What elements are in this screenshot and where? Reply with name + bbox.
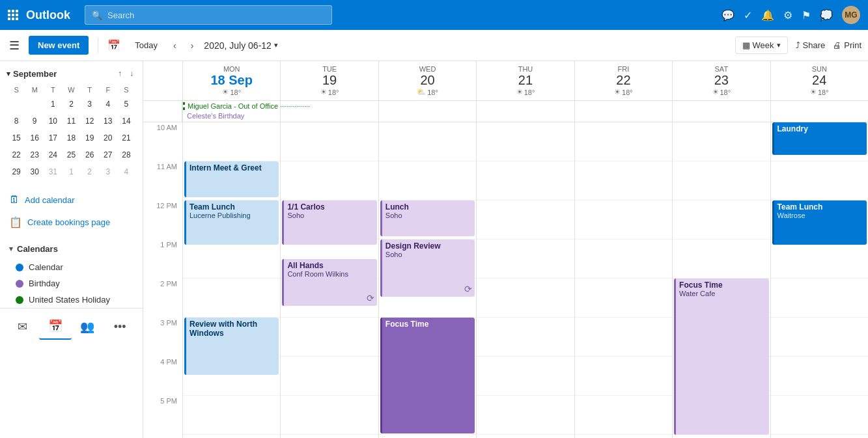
cal-day[interactable]: 9 bbox=[26, 113, 43, 129]
divider bbox=[98, 38, 98, 53]
people-nav-icon[interactable]: 👥 bbox=[72, 314, 104, 339]
time-label-12pm: 12 PM bbox=[143, 200, 182, 240]
date-range-label[interactable]: 2020, July 06-12 ▾ bbox=[204, 40, 278, 51]
time-label-5pm: 5 PM bbox=[143, 396, 182, 435]
day-header-sun: Sun 24 ☀18° bbox=[770, 61, 868, 100]
cal-day[interactable]: 8 bbox=[8, 113, 25, 129]
flag-icon[interactable]: ⚑ bbox=[802, 9, 811, 21]
mini-cal-title[interactable]: ▾ September bbox=[7, 69, 57, 79]
day-header-mon: Mon 18 Sep ☀18° bbox=[182, 61, 280, 100]
prev-week-button[interactable]: ‹ bbox=[169, 38, 180, 53]
time-label-11am: 11 AM bbox=[143, 161, 182, 200]
calendar-item-calendar[interactable]: Calendar bbox=[0, 259, 143, 275]
today-button[interactable]: Today bbox=[130, 38, 163, 53]
allday-event-birthday[interactable]: Celeste's Birthday bbox=[184, 111, 279, 120]
add-calendar-action[interactable]: 🗓 Add calendar bbox=[0, 189, 143, 211]
cal-day[interactable]: 19 bbox=[81, 130, 98, 146]
cal-day[interactable]: 2 bbox=[81, 164, 98, 180]
cal-day[interactable]: 26 bbox=[81, 147, 98, 163]
cal-day[interactable]: 2 bbox=[63, 96, 79, 112]
week-view-button[interactable]: ▦ Week ▾ bbox=[735, 36, 788, 54]
calendar-item-birthday[interactable]: Birthday bbox=[0, 275, 143, 292]
mini-cal-next[interactable]: ↓ bbox=[127, 68, 136, 79]
cal-day[interactable]: 25 bbox=[63, 147, 79, 163]
search-icon: 🔍 bbox=[92, 10, 102, 20]
holiday-name: United States Holiday bbox=[29, 295, 110, 305]
create-bookings-action[interactable]: 📋 Create bookings page bbox=[0, 211, 143, 234]
cal-day[interactable]: 17 bbox=[44, 130, 61, 146]
cal-day[interactable] bbox=[8, 96, 25, 112]
cal-day[interactable]: 20 bbox=[100, 130, 117, 146]
cal-day[interactable]: 13 bbox=[100, 113, 117, 129]
calendar-item-holiday[interactable]: United States Holiday bbox=[0, 292, 143, 308]
event-design-review[interactable]: Design Review Soho ⟳ bbox=[380, 240, 475, 297]
days-grid: Intern Meet & Greet Team Lunch Lucerne P… bbox=[182, 122, 868, 438]
event-lunch-wed[interactable]: Lunch Soho bbox=[380, 200, 475, 236]
toolbar: ☰ New event 📅 Today ‹ › 2020, July 06-12… bbox=[0, 30, 868, 61]
feedback-icon[interactable]: 💭 bbox=[820, 9, 833, 21]
avatar[interactable]: MG bbox=[842, 6, 860, 24]
cal-day[interactable]: 30 bbox=[26, 164, 43, 180]
event-review-north-windows[interactable]: Review with North Windows bbox=[184, 318, 279, 375]
cal-day[interactable]: 31 bbox=[44, 164, 61, 180]
cal-day[interactable]: 11 bbox=[63, 113, 79, 129]
event-team-lunch-sun[interactable]: Team Lunch Waitrose bbox=[772, 200, 867, 245]
event-focus-time-wed[interactable]: Focus Time bbox=[380, 318, 475, 433]
cal-day[interactable]: 1 bbox=[63, 164, 79, 180]
cal-day[interactable]: 28 bbox=[118, 147, 135, 163]
cal-day[interactable]: 24 bbox=[44, 147, 61, 163]
cal-day[interactable]: 12 bbox=[81, 113, 98, 129]
cal-day[interactable] bbox=[26, 96, 43, 112]
event-laundry[interactable]: Laundry bbox=[772, 122, 867, 155]
apps-icon[interactable] bbox=[8, 10, 18, 20]
cal-day[interactable]: 4 bbox=[100, 96, 117, 112]
cal-day[interactable]: 3 bbox=[100, 164, 117, 180]
cal-day[interactable]: 21 bbox=[118, 130, 135, 146]
topbar-actions: 💬 ✓ 🔔 ⚙ ⚑ 💭 MG bbox=[721, 6, 860, 24]
print-button[interactable]: 🖨 Print bbox=[833, 40, 861, 50]
hamburger-icon[interactable]: ☰ bbox=[7, 36, 22, 55]
mini-cal-header: ▾ September ↑ ↓ bbox=[7, 68, 136, 79]
cal-day today[interactable]: 18 bbox=[63, 130, 79, 146]
event-intern-meet-greet[interactable]: Intern Meet & Greet bbox=[184, 161, 279, 197]
share-button[interactable]: ⤴ Share bbox=[796, 40, 826, 50]
chat-icon[interactable]: 💬 bbox=[721, 9, 735, 21]
calendar-nav-bottom-icon[interactable]: 📅 bbox=[39, 314, 72, 340]
checkmark-icon[interactable]: ✓ bbox=[744, 9, 752, 21]
cal-day[interactable]: 23 bbox=[26, 147, 43, 163]
cal-day[interactable]: 29 bbox=[8, 164, 25, 180]
expand-icon: ⟳ bbox=[367, 293, 374, 303]
cal-day[interactable]: 27 bbox=[100, 147, 117, 163]
expand-icon: ⟳ bbox=[464, 284, 472, 294]
cal-day[interactable]: 14 bbox=[118, 113, 135, 129]
cal-day[interactable]: 10 bbox=[44, 113, 61, 129]
dow-m: M bbox=[26, 85, 43, 95]
event-11-carlos[interactable]: 1/1 Carlos Soho bbox=[282, 200, 376, 245]
settings-icon[interactable]: ⚙ bbox=[783, 9, 792, 21]
cal-day[interactable]: 5 bbox=[118, 96, 135, 112]
allday-event-out-of-office[interactable]: Miguel Garcia - Out of Office ··········… bbox=[183, 102, 280, 110]
search-input[interactable] bbox=[107, 10, 325, 20]
cal-day[interactable]: 22 bbox=[8, 147, 25, 163]
bell-icon[interactable]: 🔔 bbox=[761, 9, 774, 21]
birthday-dot bbox=[16, 280, 23, 288]
more-nav-icon[interactable]: ••• bbox=[104, 315, 136, 339]
time-label-2pm: 2 PM bbox=[143, 279, 182, 318]
day-col-wed: Lunch Soho Design Review Soho ⟳ Focus Ti… bbox=[378, 122, 476, 438]
event-all-hands[interactable]: All Hands Conf Room Wilkins ⟳ bbox=[282, 259, 376, 306]
mail-nav-icon[interactable]: ✉ bbox=[7, 314, 39, 339]
next-week-button[interactable]: › bbox=[187, 38, 198, 53]
new-event-button[interactable]: New event bbox=[29, 36, 89, 55]
calendars-section-header[interactable]: ▾ Calendars bbox=[0, 239, 143, 259]
cal-day[interactable]: 3 bbox=[81, 96, 98, 112]
cal-day[interactable]: 15 bbox=[8, 130, 25, 146]
cal-day[interactable]: 1 bbox=[44, 96, 61, 112]
day-headers: Mon 18 Sep ☀18° Tue 19 ☀18° Wed 20 ⛅18° … bbox=[143, 61, 868, 101]
mini-cal-prev[interactable]: ↑ bbox=[115, 68, 124, 79]
search-bar[interactable]: 🔍 bbox=[85, 5, 332, 25]
day-col-fri bbox=[574, 122, 672, 438]
event-focus-time-sat[interactable]: Focus Time Water Cafe bbox=[674, 279, 768, 435]
cal-day[interactable]: 4 bbox=[118, 164, 135, 180]
cal-day[interactable]: 16 bbox=[26, 130, 43, 146]
event-team-lunch-mon[interactable]: Team Lunch Lucerne Publishing bbox=[184, 200, 279, 245]
